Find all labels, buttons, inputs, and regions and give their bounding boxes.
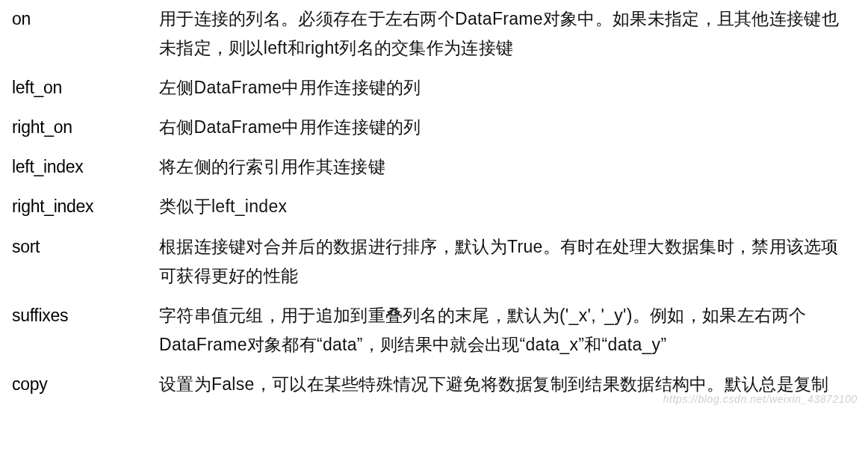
param-name: sort xyxy=(12,232,150,291)
param-name: copy xyxy=(12,370,150,399)
param-description: 右侧DataFrame中用作连接键的列 xyxy=(159,113,856,142)
param-name: right_index xyxy=(12,192,150,221)
param-description: 字符串值元组，用于追加到重叠列名的末尾，默认为('_x', '_y')。例如，如… xyxy=(159,301,856,359)
param-name: on xyxy=(12,4,150,63)
param-description: 类似于left_index xyxy=(159,192,856,221)
param-description: 用于连接的列名。必须存在于左右两个DataFrame对象中。如果未指定，且其他连… xyxy=(159,4,856,63)
param-name: right_on xyxy=(12,113,150,142)
param-description: 左侧DataFrame中用作连接键的列 xyxy=(159,73,856,102)
param-name: left_on xyxy=(12,73,150,102)
param-description: 根据连接键对合并后的数据进行排序，默认为True。有时在处理大数据集时，禁用该选… xyxy=(159,232,856,291)
watermark-text: https://blog.csdn.net/weixin_43872100 xyxy=(663,391,858,408)
param-description: 将左侧的行索引用作其连接键 xyxy=(159,152,856,182)
param-name: left_index xyxy=(12,152,150,182)
param-name: suffixes xyxy=(12,301,150,359)
parameter-table: on 用于连接的列名。必须存在于左右两个DataFrame对象中。如果未指定，且… xyxy=(12,4,856,399)
